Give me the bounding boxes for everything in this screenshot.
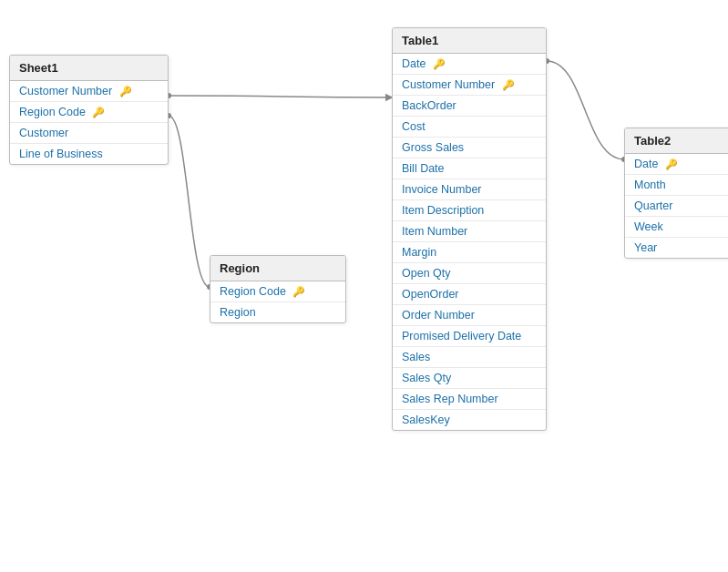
table1-bill-date[interactable]: Bill Date	[393, 158, 546, 179]
table1-order-number[interactable]: Order Number	[393, 305, 546, 326]
sheet1-line-of-business[interactable]: Line of Business	[10, 144, 168, 164]
table2-date[interactable]: Date 🔑	[625, 154, 728, 175]
sheet1-customer[interactable]: Customer	[10, 123, 168, 144]
table1-item-number[interactable]: Item Number	[393, 221, 546, 242]
table1-saleskey[interactable]: SalesKey	[393, 410, 546, 430]
key-icon: 🔑	[502, 79, 515, 91]
table2-year[interactable]: Year	[625, 238, 728, 258]
table2-table: Table2 Date 🔑 Month Quarter Week Year	[624, 128, 728, 259]
table1-sales[interactable]: Sales	[393, 347, 546, 368]
table1-date[interactable]: Date 🔑	[393, 54, 546, 75]
diagram-canvas: Sheet1 Customer Number 🔑 Region Code 🔑 C…	[0, 0, 728, 572]
table1-gross-sales[interactable]: Gross Sales	[393, 138, 546, 158]
table2-week[interactable]: Week	[625, 217, 728, 238]
table1-margin[interactable]: Margin	[393, 242, 546, 263]
sheet1-table: Sheet1 Customer Number 🔑 Region Code 🔑 C…	[9, 55, 169, 165]
table1-table: Table1 Date 🔑 Customer Number 🔑 BackOrde…	[392, 27, 547, 431]
table2-title: Table2	[625, 128, 728, 154]
sheet1-title: Sheet1	[10, 56, 168, 81]
key-icon: 🔑	[119, 86, 132, 97]
table1-sales-rep-number[interactable]: Sales Rep Number	[393, 389, 546, 410]
region-title: Region	[210, 256, 345, 281]
sheet1-customer-number[interactable]: Customer Number 🔑	[10, 81, 168, 102]
table1-openorder[interactable]: OpenOrder	[393, 284, 546, 305]
key-icon: 🔑	[92, 107, 105, 118]
key-icon: 🔑	[292, 286, 305, 298]
sheet1-region-code[interactable]: Region Code 🔑	[10, 102, 168, 123]
table1-open-qty[interactable]: Open Qty	[393, 263, 546, 284]
table1-invoice-number[interactable]: Invoice Number	[393, 179, 546, 200]
region-region-code[interactable]: Region Code 🔑	[210, 281, 345, 302]
table1-cost[interactable]: Cost	[393, 117, 546, 138]
table1-title: Table1	[393, 28, 546, 54]
region-region[interactable]: Region	[210, 302, 345, 322]
table1-item-description[interactable]: Item Description	[393, 200, 546, 221]
table2-month[interactable]: Month	[625, 175, 728, 196]
table1-backorder[interactable]: BackOrder	[393, 96, 546, 117]
key-icon: 🔑	[665, 158, 678, 170]
table2-quarter[interactable]: Quarter	[625, 196, 728, 217]
table1-promised-delivery-date[interactable]: Promised Delivery Date	[393, 326, 546, 347]
table1-customer-number[interactable]: Customer Number 🔑	[393, 75, 546, 96]
table1-sales-qty[interactable]: Sales Qty	[393, 368, 546, 389]
region-table: Region Region Code 🔑 Region	[210, 255, 346, 323]
key-icon: 🔑	[433, 58, 446, 70]
